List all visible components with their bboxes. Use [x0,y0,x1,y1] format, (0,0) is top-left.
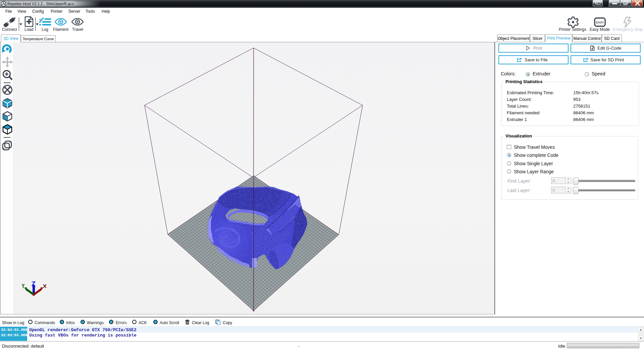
svg-text:EASY: EASY [596,21,604,24]
